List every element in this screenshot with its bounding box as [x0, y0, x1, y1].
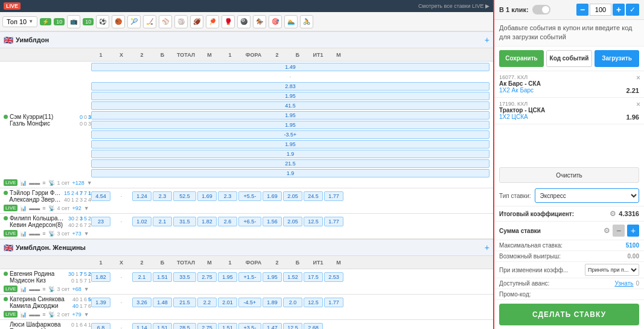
remove-item-2-button[interactable]: ×	[636, 100, 640, 109]
qty-plus-button[interactable]: +	[613, 4, 625, 16]
odds-cell[interactable]: 12.5	[304, 298, 323, 307]
top10-button[interactable]: Топ 10 ▼	[2, 16, 37, 27]
odds-cell[interactable]: 1.95	[91, 121, 489, 129]
odds-cell[interactable]: 17.5	[304, 272, 323, 282]
odds-cell[interactable]: 23	[91, 217, 110, 226]
odds-cell[interactable]: 2.68	[304, 323, 323, 329]
odds-fora-cell[interactable]: +1.5-	[238, 272, 261, 282]
filter-tv-icon[interactable]: 📺	[67, 15, 80, 28]
odds-cell[interactable]: 1.77	[324, 217, 343, 226]
odds-cell[interactable]: 3.26	[132, 298, 151, 307]
broadcast-icon[interactable]: 📡	[48, 311, 55, 318]
markets-delta[interactable]: +68	[72, 286, 81, 292]
markets-delta[interactable]: +73	[72, 231, 81, 237]
odds-cell[interactable]: 1.95	[91, 111, 489, 120]
bar-icon[interactable]: ▬▬	[29, 286, 40, 292]
remove-item-1-button[interactable]: ×	[636, 74, 640, 82]
odds-cell[interactable]: 12.5	[304, 217, 323, 226]
odds-fora-cell[interactable]: -4.5+	[238, 298, 261, 307]
one-click-toggle[interactable]	[532, 5, 550, 14]
filter-sport13[interactable]: 🏊	[284, 15, 298, 28]
chevron-down-icon[interactable]: ▼	[84, 231, 89, 237]
odds-cell[interactable]: 1.51	[153, 323, 172, 329]
odds-cell[interactable]: 2.75	[197, 323, 217, 329]
odds-cell[interactable]: 1.49	[91, 63, 489, 71]
filter-sport3[interactable]: 🎾	[127, 15, 141, 28]
odds-cell[interactable]: 2.01	[218, 298, 237, 307]
odds-cell[interactable]: 1.77	[324, 298, 343, 307]
odds-cell[interactable]: 1.51	[218, 323, 237, 329]
clear-button[interactable]: Очистить	[499, 167, 639, 183]
qty-confirm-button[interactable]: ✓	[626, 4, 639, 16]
stats-icon[interactable]: 📊	[20, 231, 27, 237]
odds-cell[interactable]: 1.95	[263, 272, 282, 282]
odds-cell[interactable]: 4.54	[91, 191, 110, 201]
odds-cell[interactable]: 1.95	[91, 92, 489, 100]
filter-sport8[interactable]: 🏓	[206, 15, 219, 28]
chevron-down-icon[interactable]: ▼	[84, 205, 89, 211]
filter-sport9[interactable]: 🥊	[222, 15, 235, 28]
change-coef-select[interactable]: Принять при п...	[585, 264, 639, 276]
odds-cell[interactable]: 1.02	[132, 217, 151, 226]
wimbledon-expand-button[interactable]: +	[485, 35, 489, 45]
odds-cell[interactable]: 2.2	[197, 298, 217, 307]
odds-cell[interactable]: 2.83	[91, 82, 489, 91]
odds-cell[interactable]: 1.89	[263, 298, 282, 307]
odds-fora-cell[interactable]: +3.5-	[238, 323, 261, 329]
list-icon[interactable]: ≡	[42, 286, 45, 292]
filter-sport11[interactable]: 🏇	[253, 15, 266, 28]
odds-cell[interactable]: 1.14	[132, 323, 151, 329]
odds-cell[interactable]: 1.95	[91, 140, 489, 149]
odds-cell[interactable]: 1.82	[197, 217, 217, 226]
stake-settings-icon[interactable]: ⚙	[604, 226, 610, 235]
filter-sport5[interactable]: ⚾	[159, 15, 172, 28]
odds-total-cell[interactable]: 33.5	[173, 272, 196, 282]
stake-plus-button[interactable]: +	[627, 225, 639, 237]
load-button[interactable]: Загрузить	[595, 50, 639, 67]
odds-cell[interactable]: 2.75	[197, 272, 217, 282]
markets-delta[interactable]: +79	[72, 311, 81, 318]
filter-sport12[interactable]: 🎯	[269, 15, 282, 28]
odds-cell[interactable]: 1.52	[283, 272, 302, 282]
broadcast-icon[interactable]: 📡	[48, 286, 55, 292]
odds-cell[interactable]: 2.6	[218, 217, 237, 226]
odds-cell[interactable]: 2.1	[132, 272, 151, 282]
filter-sport7[interactable]: 🏈	[190, 15, 203, 28]
stats-icon[interactable]: 📊	[20, 180, 27, 186]
odds-cell[interactable]: 2.05	[283, 191, 302, 201]
odds-cell[interactable]: 1.77	[324, 191, 343, 201]
odds-cell[interactable]: 1.51	[153, 272, 172, 282]
odds-fora-cell[interactable]: +6.5-	[238, 217, 261, 226]
odds-cell[interactable]: 2.05	[283, 217, 302, 226]
qty-minus-button[interactable]: −	[576, 4, 588, 16]
chevron-down-icon[interactable]: ▼	[84, 286, 89, 292]
odds-cell[interactable]: 1.47	[263, 323, 282, 329]
code-events-button[interactable]: Код событий	[546, 50, 592, 67]
odds-cell[interactable]: 2.3	[153, 191, 172, 201]
odds-total-cell[interactable]: 21.5	[173, 298, 196, 307]
wimbledon-women-expand-button[interactable]: +	[485, 243, 489, 252]
odds-cell[interactable]: 6.8	[91, 323, 110, 329]
odds-total-cell[interactable]: 31.5	[173, 217, 196, 226]
bar-icon[interactable]: ▬▬	[29, 231, 40, 237]
bet-type-select[interactable]: Экспресс	[535, 188, 639, 203]
avans-link[interactable]: Узнать	[614, 280, 633, 287]
odds-cell[interactable]: 1.95	[218, 272, 237, 282]
filter-sport4[interactable]: 🏒	[143, 15, 156, 28]
odds-cell[interactable]: 1.69	[263, 191, 282, 201]
odds-cell[interactable]: 24.5	[304, 191, 323, 201]
odds-cell[interactable]: 1.9	[91, 150, 489, 158]
coef-settings-icon[interactable]: ⚙	[610, 209, 616, 218]
filter-sport10[interactable]: 🎱	[237, 15, 250, 28]
odds-cell[interactable]: 2.1	[153, 217, 172, 226]
odds-cell[interactable]: 1.48	[153, 298, 172, 307]
filter-sport6[interactable]: 🏐	[174, 15, 188, 28]
filter-sport1[interactable]: ⚽	[96, 15, 109, 28]
broadcast-icon[interactable]: 📡	[48, 205, 55, 211]
list-icon[interactable]: ≡	[42, 311, 45, 318]
list-icon[interactable]: ≡	[42, 180, 45, 186]
filter-sport2[interactable]: 🏀	[112, 15, 125, 28]
odds-cell[interactable]: 21.5	[91, 159, 489, 168]
markets-delta[interactable]: +92	[72, 205, 81, 211]
odds-total-cell[interactable]: 52.5	[173, 191, 196, 201]
